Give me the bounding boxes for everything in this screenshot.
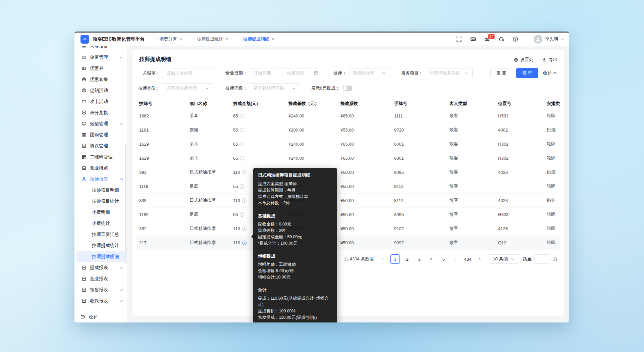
sidebar-item-3[interactable]: 优惠套餐 — [74, 74, 127, 85]
sidebar-item-7[interactable]: 短信管理 — [74, 118, 127, 129]
sidebar-item-8[interactable]: 团购管理 — [74, 129, 127, 140]
sidebar-scrollbar[interactable] — [125, 144, 126, 263]
sidebar-item-4[interactable]: 促销活动 — [74, 85, 127, 96]
keyboard-icon[interactable] — [470, 36, 476, 43]
sidebar-item-12[interactable]: 技师报表 — [74, 173, 127, 185]
info-icon[interactable]: i — [242, 170, 247, 174]
zero-commission-toggle[interactable] — [342, 86, 353, 91]
sidebar-item-label: 促销活动 — [90, 88, 124, 94]
sidebar-subitem-2[interactable]: 小费明细 — [76, 207, 125, 218]
sidebar-subitem-1[interactable]: 技师项目统计 — [76, 196, 125, 207]
tab-1[interactable]: 技师提成统计× — [197, 36, 228, 42]
tooltip-line: 增幅奖励：工龄激励 — [258, 261, 332, 268]
cell-tech_no: 393 — [137, 165, 187, 179]
sidebar-subitem-4[interactable]: 技师工资汇总 — [76, 229, 125, 240]
technician-select[interactable]: 请选择技师 — [349, 68, 390, 78]
close-icon[interactable]: × — [272, 37, 275, 41]
page-number-3[interactable]: 3 — [415, 254, 424, 264]
sidebar-item-16[interactable]: 收款报表 — [74, 295, 127, 306]
sidebar-item-label: 团购管理 — [90, 132, 124, 138]
sidebar-item-10[interactable]: 二维码管理 — [74, 151, 127, 162]
filters-collapse-link[interactable]: 收起 — [543, 70, 557, 76]
sidebar-item-0[interactable]: 营业设置 — [74, 46, 127, 52]
wallet-icon — [81, 55, 87, 60]
page-number-1[interactable]: 1 — [390, 254, 400, 264]
info-icon[interactable]: i — [242, 227, 247, 231]
cell-arrange: 轮牌 — [544, 151, 560, 165]
jump-page-input[interactable] — [534, 254, 550, 264]
next-page-button[interactable]: › — [475, 254, 484, 264]
tooltip-line: 固定提成金额：50.00元 — [258, 234, 332, 240]
tab-0[interactable]: 消费分区× — [160, 36, 182, 42]
table-row: 392日式精油按摩110i¥400.00¥50.009102散客4126轮牌 — [137, 221, 560, 236]
sidebar-subitem-0[interactable]: 技师项目明细 — [76, 185, 125, 196]
reset-button[interactable]: 重 置 — [490, 68, 513, 78]
sidebar-item-13[interactable]: 提成报表 — [74, 262, 127, 273]
sidebar-item-2[interactable]: 优惠券 — [74, 63, 127, 74]
sidebar-collapse-button[interactable]: 收起 — [74, 311, 127, 322]
export-label: 导出 — [549, 57, 557, 63]
close-icon[interactable]: × — [180, 37, 182, 41]
app-title: 领浴EBC数智化管理平台 — [93, 36, 145, 42]
fullscreen-icon[interactable] — [455, 36, 462, 43]
cell-position: H303 — [495, 207, 544, 221]
page-number-2[interactable]: 2 — [402, 254, 412, 264]
cell-tech_no: 1629 — [137, 151, 187, 165]
column-header: 客人类型 — [447, 99, 495, 109]
sidebar-item-5[interactable]: 次卡活动 — [74, 96, 127, 107]
info-icon[interactable]: i — [240, 142, 244, 146]
sidebar-item-label: 收款报表 — [90, 298, 120, 304]
tab-label: 技师提成统计 — [197, 36, 223, 42]
cell-coef: ¥50.00 — [338, 236, 391, 250]
sidebar-subitem-5[interactable]: 技师提成统计 — [76, 240, 125, 251]
info-icon[interactable]: i — [242, 241, 247, 245]
table-row: 1199足底55i¥200.00¥55.008095散客H303轮牌 — [137, 207, 560, 221]
page-number-4[interactable]: 4 — [427, 254, 436, 264]
help-icon[interactable] — [512, 36, 519, 43]
page-number-5[interactable]: 5 — [439, 254, 448, 264]
sidebar-item-1[interactable]: 储值管理 — [74, 52, 127, 63]
info-icon[interactable]: i — [240, 212, 244, 217]
info-icon[interactable]: i — [240, 128, 244, 132]
export-button[interactable]: 导出 — [542, 57, 557, 63]
tech-level-select[interactable]: 请选择技师等级 — [250, 83, 300, 93]
sidebar-subitem-6[interactable]: 技师提成明细 — [76, 251, 125, 262]
info-icon[interactable]: i — [240, 114, 244, 118]
printer-icon[interactable]: 17 — [484, 36, 490, 43]
cell-tech_no: 1161 — [137, 123, 187, 137]
tech-type-placeholder: 请选择技师类型 — [166, 85, 203, 91]
prev-page-button[interactable]: ‹ — [378, 254, 388, 264]
query-button[interactable]: 查 询 — [516, 68, 538, 78]
headset-icon[interactable] — [498, 36, 504, 43]
close-icon[interactable]: × — [226, 37, 228, 41]
sidebar-subitem-3[interactable]: 小费统计 — [76, 218, 125, 229]
date-label: 营业日期： — [221, 70, 247, 76]
divider — [526, 36, 526, 42]
page-size-select[interactable]: 10 条/页 — [489, 254, 519, 264]
service-select[interactable]: 请选择服务项目 — [426, 68, 473, 78]
tab-2[interactable]: 技师提成明细× — [243, 36, 275, 42]
info-icon[interactable]: i — [240, 184, 244, 189]
page-number-434[interactable]: 434 — [463, 254, 472, 264]
tooltip-title: 日式精油按摩项目提成明细 — [258, 172, 332, 178]
sidebar-item-15[interactable]: 销售报表 — [74, 284, 127, 295]
sidebar-item-6[interactable]: 积分兑换 — [74, 107, 127, 118]
user-menu[interactable]: 李先明 — [534, 35, 563, 44]
cell-tech_no: 1629 — [137, 137, 187, 151]
sidebar-item-11[interactable]: 营业概览 — [74, 162, 127, 173]
sidebar-item-14[interactable]: 营业报表 — [74, 273, 127, 284]
info-icon[interactable]: i — [240, 156, 244, 160]
set-columns-button[interactable]: 设置列 — [514, 57, 533, 63]
sidebar-menu: 营业设置储值管理优惠券优惠套餐促销活动次卡活动积分兑换短信管理团购管理协议管理二… — [74, 46, 127, 311]
tech-type-select[interactable]: 请选择技师类型 — [163, 83, 213, 93]
date-range-input[interactable]: 开始日期 → 结束日期 — [250, 68, 322, 78]
keyword-input[interactable] — [163, 68, 213, 78]
cell-guest_type: 散客 — [447, 109, 495, 123]
cell-arrange: 轮牌 — [544, 137, 560, 151]
page-size-value: 10 条/页 — [493, 256, 509, 262]
cell-guest_type: 散客 — [447, 179, 495, 193]
cell-brand_no: 9720 — [391, 123, 447, 137]
sidebar-item-9[interactable]: 协议管理 — [74, 140, 127, 151]
cell-guest_type: 散客 — [447, 193, 495, 207]
info-icon[interactable]: i — [242, 198, 247, 203]
